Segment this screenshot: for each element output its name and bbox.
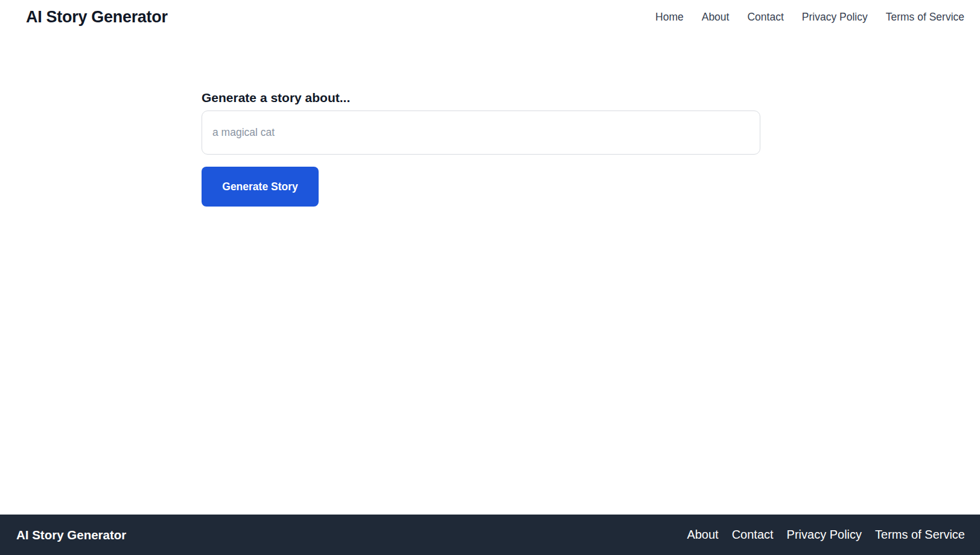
footer-link-terms-of-service[interactable]: Terms of Service [875, 528, 965, 542]
nav-link-contact[interactable]: Contact [747, 11, 783, 24]
header: AI Story Generator Home About Contact Pr… [0, 0, 980, 34]
nav-link-home[interactable]: Home [655, 11, 684, 24]
header-nav: Home About Contact Privacy Policy Terms … [655, 11, 964, 24]
generate-story-button[interactable]: Generate Story [202, 167, 319, 207]
footer-link-about[interactable]: About [687, 528, 718, 542]
footer-site-title: AI Story Generator [16, 528, 126, 542]
story-form: Generate a story about... Generate Story [202, 91, 760, 207]
footer-link-privacy-policy[interactable]: Privacy Policy [787, 528, 862, 542]
footer-link-contact[interactable]: Contact [732, 528, 774, 542]
story-prompt-input[interactable] [202, 111, 760, 155]
site-title: AI Story Generator [26, 8, 168, 27]
footer: AI Story Generator About Contact Privacy… [0, 515, 980, 555]
main-content: Generate a story about... Generate Story [0, 34, 980, 515]
footer-nav: About Contact Privacy Policy Terms of Se… [687, 528, 965, 542]
nav-link-about[interactable]: About [702, 11, 730, 24]
nav-link-terms-of-service[interactable]: Terms of Service [886, 11, 964, 24]
story-prompt-label: Generate a story about... [202, 91, 760, 105]
nav-link-privacy-policy[interactable]: Privacy Policy [802, 11, 868, 24]
